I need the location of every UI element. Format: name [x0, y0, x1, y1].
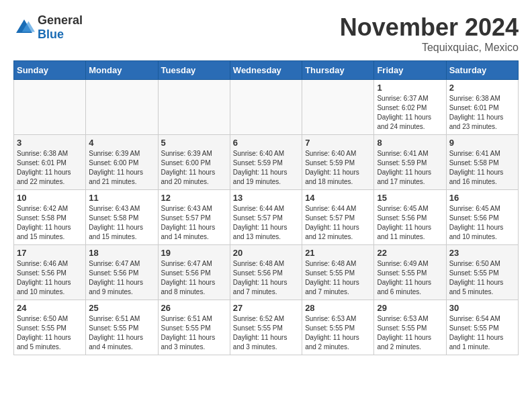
day-number: 27 — [233, 303, 299, 313]
day-info: Sunrise: 6:51 AMSunset: 5:55 PMDaylight:… — [89, 314, 154, 352]
day-number: 17 — [17, 248, 83, 258]
calendar-cell: 7Sunrise: 6:40 AMSunset: 5:59 PMDaylight… — [302, 135, 374, 190]
day-info: Sunrise: 6:53 AMSunset: 5:55 PMDaylight:… — [305, 314, 371, 352]
calendar-cell: 10Sunrise: 6:42 AMSunset: 5:58 PMDayligh… — [14, 190, 86, 245]
day-header: Monday — [86, 61, 158, 80]
header-row: SundayMondayTuesdayWednesdayThursdayFrid… — [14, 61, 519, 80]
day-number: 7 — [305, 138, 371, 148]
calendar-cell: 27Sunrise: 6:52 AMSunset: 5:55 PMDayligh… — [230, 300, 302, 355]
day-info: Sunrise: 6:43 AMSunset: 5:57 PMDaylight:… — [161, 204, 227, 242]
day-info: Sunrise: 6:47 AMSunset: 5:56 PMDaylight:… — [89, 259, 154, 297]
day-info: Sunrise: 6:50 AMSunset: 5:55 PMDaylight:… — [17, 314, 83, 352]
title-block: November 2024 Tequixquiac, Mexico — [340, 13, 519, 54]
day-number: 28 — [305, 303, 371, 313]
day-header: Friday — [374, 61, 446, 80]
day-info: Sunrise: 6:42 AMSunset: 5:58 PMDaylight:… — [17, 204, 83, 242]
day-number: 30 — [449, 303, 515, 313]
day-info: Sunrise: 6:53 AMSunset: 5:55 PMDaylight:… — [377, 314, 443, 352]
calendar-cell: 2Sunrise: 6:38 AMSunset: 6:01 PMDaylight… — [446, 80, 518, 135]
day-info: Sunrise: 6:40 AMSunset: 5:59 PMDaylight:… — [233, 149, 299, 187]
day-number: 8 — [377, 138, 443, 148]
calendar-cell — [158, 80, 230, 135]
page-header: General Blue November 2024 Tequixquiac, … — [13, 13, 519, 54]
day-info: Sunrise: 6:44 AMSunset: 5:57 PMDaylight:… — [305, 204, 371, 242]
day-info: Sunrise: 6:45 AMSunset: 5:56 PMDaylight:… — [377, 204, 443, 242]
day-number: 14 — [305, 193, 371, 203]
day-number: 26 — [161, 303, 227, 313]
logo-blue: Blue — [38, 28, 83, 42]
calendar-cell: 18Sunrise: 6:47 AMSunset: 5:56 PMDayligh… — [86, 245, 158, 300]
day-info: Sunrise: 6:39 AMSunset: 6:00 PMDaylight:… — [89, 149, 154, 187]
calendar-week: 3Sunrise: 6:38 AMSunset: 6:01 PMDaylight… — [14, 135, 519, 190]
calendar-cell: 29Sunrise: 6:53 AMSunset: 5:55 PMDayligh… — [374, 300, 446, 355]
day-number: 18 — [89, 248, 154, 258]
day-info: Sunrise: 6:41 AMSunset: 5:58 PMDaylight:… — [449, 149, 515, 187]
calendar-cell: 26Sunrise: 6:51 AMSunset: 5:55 PMDayligh… — [158, 300, 230, 355]
calendar-cell — [14, 80, 86, 135]
calendar-cell: 16Sunrise: 6:45 AMSunset: 5:56 PMDayligh… — [446, 190, 518, 245]
day-number: 11 — [89, 193, 154, 203]
calendar-cell — [86, 80, 158, 135]
logo-icon — [13, 17, 35, 38]
day-info: Sunrise: 6:37 AMSunset: 6:02 PMDaylight:… — [377, 94, 443, 132]
day-info: Sunrise: 6:54 AMSunset: 5:55 PMDaylight:… — [449, 314, 515, 352]
calendar-cell: 11Sunrise: 6:43 AMSunset: 5:58 PMDayligh… — [86, 190, 158, 245]
day-number: 20 — [233, 248, 299, 258]
calendar-cell: 22Sunrise: 6:49 AMSunset: 5:55 PMDayligh… — [374, 245, 446, 300]
calendar-week: 17Sunrise: 6:46 AMSunset: 5:56 PMDayligh… — [14, 245, 519, 300]
calendar-cell: 5Sunrise: 6:39 AMSunset: 6:00 PMDaylight… — [158, 135, 230, 190]
day-info: Sunrise: 6:41 AMSunset: 5:59 PMDaylight:… — [377, 149, 443, 187]
calendar-table: SundayMondayTuesdayWednesdayThursdayFrid… — [13, 60, 519, 355]
day-info: Sunrise: 6:46 AMSunset: 5:56 PMDaylight:… — [17, 259, 83, 297]
day-info: Sunrise: 6:40 AMSunset: 5:59 PMDaylight:… — [305, 149, 371, 187]
calendar-cell: 25Sunrise: 6:51 AMSunset: 5:55 PMDayligh… — [86, 300, 158, 355]
day-number: 10 — [17, 193, 83, 203]
day-number: 23 — [449, 248, 515, 258]
day-info: Sunrise: 6:50 AMSunset: 5:55 PMDaylight:… — [449, 259, 515, 297]
calendar-week: 24Sunrise: 6:50 AMSunset: 5:55 PMDayligh… — [14, 300, 519, 355]
calendar-cell: 6Sunrise: 6:40 AMSunset: 5:59 PMDaylight… — [230, 135, 302, 190]
calendar-cell: 30Sunrise: 6:54 AMSunset: 5:55 PMDayligh… — [446, 300, 518, 355]
calendar-cell: 12Sunrise: 6:43 AMSunset: 5:57 PMDayligh… — [158, 190, 230, 245]
calendar-cell — [302, 80, 374, 135]
calendar-week: 1Sunrise: 6:37 AMSunset: 6:02 PMDaylight… — [14, 80, 519, 135]
day-number: 13 — [233, 193, 299, 203]
calendar-cell: 24Sunrise: 6:50 AMSunset: 5:55 PMDayligh… — [14, 300, 86, 355]
calendar-cell: 3Sunrise: 6:38 AMSunset: 6:01 PMDaylight… — [14, 135, 86, 190]
day-header: Sunday — [14, 61, 86, 80]
location: Tequixquiac, Mexico — [340, 42, 519, 54]
day-info: Sunrise: 6:51 AMSunset: 5:55 PMDaylight:… — [161, 314, 227, 352]
day-number: 3 — [17, 138, 83, 148]
calendar-cell: 9Sunrise: 6:41 AMSunset: 5:58 PMDaylight… — [446, 135, 518, 190]
logo-text: General Blue — [38, 13, 83, 42]
day-info: Sunrise: 6:48 AMSunset: 5:56 PMDaylight:… — [233, 259, 299, 297]
day-number: 5 — [161, 138, 227, 148]
day-header: Tuesday — [158, 61, 230, 80]
calendar-cell: 14Sunrise: 6:44 AMSunset: 5:57 PMDayligh… — [302, 190, 374, 245]
day-number: 1 — [377, 83, 443, 93]
calendar-cell: 13Sunrise: 6:44 AMSunset: 5:57 PMDayligh… — [230, 190, 302, 245]
calendar-cell: 21Sunrise: 6:48 AMSunset: 5:55 PMDayligh… — [302, 245, 374, 300]
day-info: Sunrise: 6:44 AMSunset: 5:57 PMDaylight:… — [233, 204, 299, 242]
day-info: Sunrise: 6:38 AMSunset: 6:01 PMDaylight:… — [449, 94, 515, 132]
day-number: 24 — [17, 303, 83, 313]
calendar-cell: 4Sunrise: 6:39 AMSunset: 6:00 PMDaylight… — [86, 135, 158, 190]
day-header: Thursday — [302, 61, 374, 80]
calendar-cell: 1Sunrise: 6:37 AMSunset: 6:02 PMDaylight… — [374, 80, 446, 135]
day-info: Sunrise: 6:38 AMSunset: 6:01 PMDaylight:… — [17, 149, 83, 187]
calendar-cell — [230, 80, 302, 135]
day-number: 15 — [377, 193, 443, 203]
day-number: 22 — [377, 248, 443, 258]
day-number: 4 — [89, 138, 154, 148]
day-number: 2 — [449, 83, 515, 93]
day-number: 9 — [449, 138, 515, 148]
calendar-cell: 20Sunrise: 6:48 AMSunset: 5:56 PMDayligh… — [230, 245, 302, 300]
day-info: Sunrise: 6:39 AMSunset: 6:00 PMDaylight:… — [161, 149, 227, 187]
logo: General Blue — [13, 13, 83, 42]
day-info: Sunrise: 6:48 AMSunset: 5:55 PMDaylight:… — [305, 259, 371, 297]
day-number: 16 — [449, 193, 515, 203]
day-number: 25 — [89, 303, 154, 313]
day-info: Sunrise: 6:49 AMSunset: 5:55 PMDaylight:… — [377, 259, 443, 297]
calendar-week: 10Sunrise: 6:42 AMSunset: 5:58 PMDayligh… — [14, 190, 519, 245]
day-number: 6 — [233, 138, 299, 148]
